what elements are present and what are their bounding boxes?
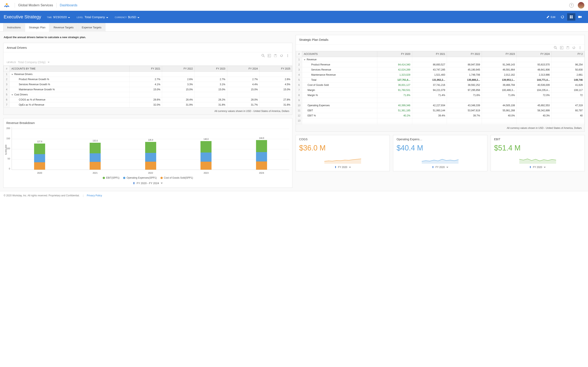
svg-point-14	[554, 46, 556, 48]
table-row[interactable]: 10Operating Expenses40,399,34642,227,934…	[296, 103, 585, 108]
table-row[interactable]: 5Total127,761,6...131,962,2...135,888,2.…	[296, 77, 585, 83]
table-row[interactable]: 6COGS as % of Revenue28.6%28.4%28.2%28.0…	[4, 97, 292, 102]
table-row[interactable]: 11EBIT51,361,18551,993,14453,947,61955,9…	[296, 108, 585, 113]
kpi-selector[interactable]: FY 2020	[494, 166, 581, 169]
levels-selector[interactable]: LEVELS Total Company (Only)	[3, 59, 292, 66]
time-value: 9/23/2020	[53, 15, 67, 19]
chevron-down-icon	[544, 167, 546, 168]
plan-details-panel: Strategic Plan Details #ACCOUNTSFY 2020F…	[296, 35, 585, 132]
table-row[interactable]: 5Cost Drivers	[4, 92, 292, 97]
level-value: Total Company	[85, 15, 105, 19]
table-row[interactable]: 2Product Revenue84,414,34086,693,52788,9…	[296, 62, 585, 67]
currency-label: CURRENCY	[115, 16, 127, 18]
grid-icon	[570, 15, 573, 18]
svg-point-21	[580, 49, 580, 49]
currency-filter[interactable]: CURRENCY $USD	[115, 15, 139, 19]
help-icon[interactable]: ?	[569, 3, 574, 8]
kpi-selector[interactable]: FY 2020	[397, 166, 484, 169]
copyright: © 2020 Workday, Inc. All rights reserved…	[4, 194, 80, 197]
level-filter[interactable]: LEVEL Total Company	[77, 15, 108, 19]
table-row[interactable]: 4Maintenance Revenue Growth %15.0%15.0%1…	[4, 87, 292, 92]
tab-revenue-targets[interactable]: Revenue Targets	[50, 23, 77, 32]
kpi-card: Operating Expens… $40.4 M FY 2020	[393, 135, 487, 171]
kpi-selector[interactable]: FY 2020	[299, 166, 386, 169]
refresh-button[interactable]	[558, 13, 567, 20]
table-row[interactable]: 6Cost of Goods Sold36,001,12737,741,2163…	[296, 83, 585, 88]
sparkline	[397, 156, 484, 164]
grid-view-button[interactable]	[567, 13, 575, 21]
pin-icon	[432, 166, 434, 168]
table-row[interactable]: 1Revenue Drivers	[4, 72, 292, 77]
chevron-down-icon	[161, 183, 163, 184]
svg-rect-8	[268, 54, 271, 57]
bar-group[interactable]: 140.02023	[199, 138, 213, 170]
company-name: Global Modern Services	[18, 3, 53, 7]
currency-note: All currency values shown in USD - Unite…	[296, 124, 585, 132]
legend-item[interactable]: Cost of Goods Sold(SPP1)	[160, 176, 193, 179]
save-icon[interactable]	[566, 46, 570, 49]
tab-strategic-plan[interactable]: Strategic Plan	[25, 23, 49, 32]
table-row[interactable]: 1Revenue	[296, 57, 585, 62]
drivers-table: #ACCOUNTS BY TIMEFY 2021FY 2022FY 2023FY…	[3, 66, 292, 108]
chevron-down-icon	[138, 17, 139, 18]
svg-rect-16	[560, 46, 563, 49]
formula-icon[interactable]	[268, 54, 271, 57]
action-buttons: Edit	[544, 13, 584, 21]
more-icon[interactable]	[579, 46, 582, 49]
refresh-icon	[561, 15, 564, 19]
table-row[interactable]: 12EBIT %40.2%39.4%39.7%40.0%40.3%40	[296, 113, 585, 118]
refresh-icon[interactable]	[572, 46, 576, 49]
edit-label: Edit	[551, 16, 555, 18]
pencil-icon	[546, 15, 550, 18]
annual-drivers-panel: Annual Drivers LEVELS Total Company (Onl…	[3, 43, 292, 115]
bar-group[interactable]: 127.82020	[33, 141, 47, 170]
present-button[interactable]	[576, 14, 584, 20]
legend-item[interactable]: Operating Expenses(SPP1)	[123, 176, 156, 179]
currency-note: All currency values shown in USD - Unite…	[3, 108, 292, 115]
tab-expense-targets[interactable]: Expense Targets	[78, 23, 105, 32]
plan-details-title: Strategic Plan Details	[296, 35, 585, 44]
refresh-icon[interactable]	[280, 54, 283, 57]
table-row[interactable]: 9	[296, 98, 585, 103]
chart-title: Revenue Breakdown	[6, 121, 289, 125]
svg-rect-18	[567, 47, 568, 47]
table-row[interactable]: 3Services Revenue Growth %4.1%3.3%3.1%4.…	[4, 82, 292, 87]
kpi-value: $40.4 M	[397, 144, 484, 152]
svg-rect-1	[570, 16, 571, 17]
range-value: FY 2020 - FY 2024	[137, 182, 159, 185]
chevron-down-icon	[68, 17, 70, 18]
table-row[interactable]: 4Maintenance Revenue1,323,0291,521,4831,…	[296, 72, 585, 77]
chevron-down-icon	[446, 167, 448, 168]
privacy-link[interactable]: Privacy Policy	[87, 194, 102, 197]
tab-instructions[interactable]: Instructions	[3, 23, 25, 32]
chevron-down-icon	[48, 62, 50, 63]
search-icon[interactable]	[261, 54, 265, 57]
chevron-down-icon	[106, 17, 108, 18]
search-icon[interactable]	[554, 46, 557, 49]
bar-group[interactable]: 132.02021	[88, 140, 102, 170]
breadcrumb-dashboards[interactable]: Dashboards	[60, 3, 77, 7]
table-row[interactable]: 7Margin91,760,53194,221,07997,295,958100…	[296, 88, 585, 93]
kpi-title: COGS	[299, 138, 386, 141]
svg-point-12	[287, 55, 288, 56]
table-row[interactable]: 2Product Revenue Growth %2.7%2.6%2.7%2.7…	[4, 77, 292, 82]
sparkline	[299, 156, 386, 164]
bar-group[interactable]: 144.82024	[254, 137, 269, 170]
legend-item[interactable]: EBIT(SPP1)	[103, 176, 120, 179]
pin-icon	[133, 182, 135, 185]
table-row[interactable]: 7OpEx as % of Revenue32.0%31.9%31.8%31.7…	[4, 102, 292, 108]
avatar[interactable]	[578, 2, 584, 8]
table-row[interactable]: 3Services Revenue42,024,28943,747,28545,…	[296, 67, 585, 72]
table-row[interactable]: 13	[296, 118, 585, 123]
save-icon[interactable]	[274, 54, 277, 57]
edit-button[interactable]: Edit	[544, 14, 558, 20]
table-row[interactable]: 8Margin %71.8%71.4%71.6%71.8%72.0%72	[296, 93, 585, 98]
tab-row: Instructions Strategic Plan Revenue Targ…	[0, 23, 588, 32]
time-filter[interactable]: TIME 9/23/2020	[47, 15, 70, 19]
formula-icon[interactable]	[560, 46, 563, 49]
revenue-breakdown-panel: Revenue Breakdown $,000,000 200150100500…	[3, 118, 292, 188]
more-icon[interactable]	[286, 54, 289, 57]
chart-range-selector[interactable]: FY 2020 - FY 2024	[6, 182, 289, 185]
bar-group[interactable]: 135.92022	[144, 139, 158, 170]
svg-rect-5	[578, 16, 580, 18]
